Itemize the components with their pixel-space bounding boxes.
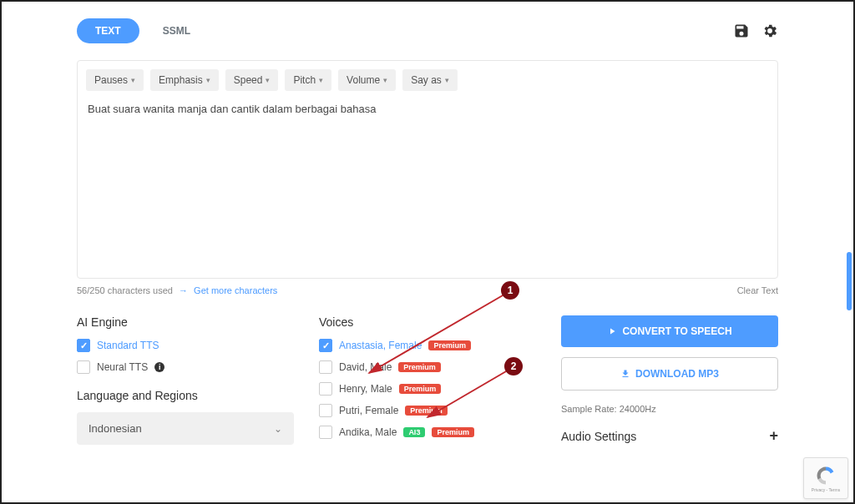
standard-tts-label: Standard TTS [97, 340, 159, 351]
premium-badge: Premium [405, 406, 448, 416]
play-icon [607, 326, 617, 336]
voice-label: Putri, Female [339, 405, 398, 416]
char-count: 56/250 characters used [77, 285, 173, 295]
ai3-badge: AI3 [403, 427, 425, 437]
ai-engine-title: AI Engine [77, 315, 294, 329]
voice-row: Andika, MaleAI3Premium [319, 426, 536, 439]
voice-checkbox[interactable] [319, 426, 332, 439]
editor-panel: Pauses Emphasis Speed Pitch Volume Say a… [77, 60, 778, 279]
voice-label: David, Male [339, 361, 392, 373]
download-icon [620, 369, 630, 379]
voice-checkbox[interactable] [319, 360, 332, 374]
clear-text-link[interactable]: Clear Text [737, 285, 778, 295]
voice-checkbox[interactable] [319, 339, 332, 352]
premium-badge: Premium [428, 340, 471, 350]
actions-column: CONVERT TO SPEECH DOWNLOAD MP3 Sample Ra… [561, 315, 778, 447]
sample-rate-text: Sample Rate: 24000Hz [561, 404, 778, 414]
voice-row: David, MalePremium [319, 360, 536, 374]
voice-label: Henry, Male [339, 383, 392, 395]
expand-audio-settings[interactable]: + [769, 427, 778, 445]
tab-text[interactable]: TEXT [77, 18, 139, 43]
voice-checkbox[interactable] [319, 404, 332, 417]
voice-row: Henry, MalePremium [319, 382, 536, 396]
info-icon[interactable]: i [154, 362, 164, 372]
premium-badge: Premium [398, 362, 441, 372]
neural-tts-checkbox[interactable] [77, 360, 90, 374]
speed-dropdown[interactable]: Speed [225, 69, 279, 91]
neural-tts-label: Neural TTS [97, 361, 148, 373]
chevron-down-icon: ⌄ [274, 423, 282, 435]
voice-row: Putri, FemalePremium [319, 404, 536, 417]
pauses-dropdown[interactable]: Pauses [86, 69, 144, 91]
text-input[interactable]: Buat suara wanita manja dan cantik dalam… [78, 91, 777, 275]
recaptcha-text: Privacy - Terms [812, 487, 840, 492]
convert-button[interactable]: CONVERT TO SPEECH [561, 315, 778, 347]
premium-badge: Premium [399, 384, 442, 394]
language-selected: Indonesian [89, 422, 142, 435]
language-select[interactable]: Indonesian ⌄ [77, 412, 294, 445]
lang-title: Language and Regions [77, 389, 294, 402]
volume-dropdown[interactable]: Volume [338, 69, 396, 91]
voices-column: Voices Anastasia, FemalePremiumDavid, Ma… [319, 315, 536, 447]
settings-icon[interactable] [761, 23, 778, 39]
voice-label: Anastasia, Female [339, 340, 422, 351]
voice-label: Andika, Male [339, 426, 397, 438]
left-column: AI Engine Standard TTS Neural TTS i Lang… [77, 315, 294, 447]
audio-settings-label: Audio Settings [561, 430, 636, 443]
voice-row: Anastasia, FemalePremium [319, 339, 536, 352]
sayas-dropdown[interactable]: Say as [402, 69, 458, 91]
voices-title: Voices [319, 315, 536, 329]
scrollbar-thumb[interactable] [847, 252, 852, 310]
emphasis-dropdown[interactable]: Emphasis [150, 69, 219, 91]
premium-badge: Premium [432, 427, 474, 437]
pitch-dropdown[interactable]: Pitch [285, 69, 331, 91]
standard-tts-checkbox[interactable] [77, 339, 90, 352]
tab-ssml[interactable]: SSML [144, 18, 209, 43]
recaptcha-badge[interactable]: Privacy - Terms [803, 457, 848, 499]
voice-checkbox[interactable] [319, 382, 332, 396]
get-more-link[interactable]: Get more characters [194, 285, 277, 295]
recaptcha-icon [815, 465, 837, 486]
save-icon[interactable] [733, 23, 750, 39]
input-mode-tabs: TEXT SSML [77, 18, 209, 43]
download-button[interactable]: DOWNLOAD MP3 [561, 357, 778, 391]
